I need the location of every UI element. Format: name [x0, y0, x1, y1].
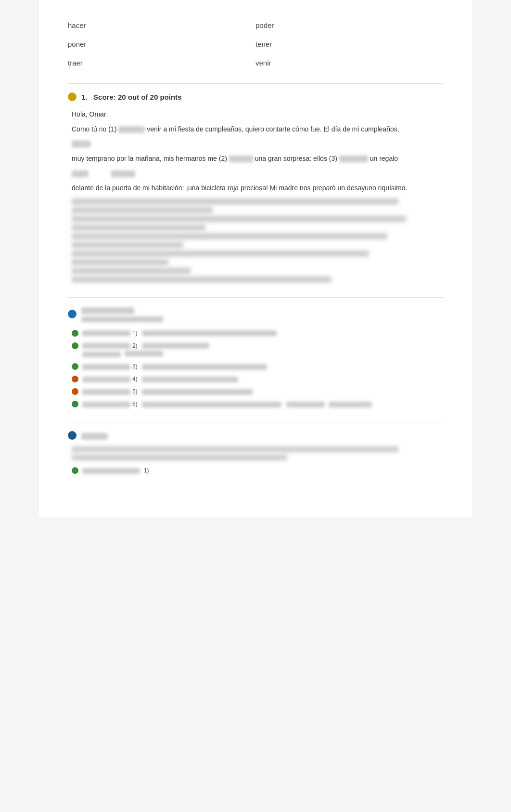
fill-3b [72, 170, 89, 177]
sub-text-2c [125, 351, 163, 356]
para1: Como tú no (1) venir a mi fiesta de cump… [72, 123, 443, 136]
blur-7 [72, 250, 369, 257]
divider-3 [68, 422, 443, 422]
sub-label-4 [82, 377, 130, 382]
blur-5 [72, 233, 387, 239]
section-3-items: 1) [72, 466, 443, 474]
section-1-header: 1. Score: 20 out of 20 points [68, 92, 443, 101]
sub-text-4 [142, 377, 238, 382]
blur-2 [72, 207, 213, 213]
sub-dot-3 [72, 363, 78, 370]
section-2-title [81, 307, 134, 314]
section-3-title-area [81, 432, 108, 439]
fill-3 [339, 156, 368, 162]
sub-item-4: 4) [72, 375, 443, 382]
blur-10 [72, 276, 332, 283]
sub-text-3 [142, 364, 267, 370]
greeting: Hola, Omar: [72, 108, 443, 121]
sub-text-2 [142, 343, 209, 349]
word-tener: tener [256, 38, 443, 50]
sub-label-3 [82, 364, 130, 370]
section-1-body: Hola, Omar: Como tú no (1) venir a mi fi… [72, 108, 443, 283]
sub-item-5-content: 5) [82, 387, 443, 395]
sub-text-6c [329, 402, 372, 407]
fill-3c [111, 170, 135, 177]
blur-3 [72, 216, 406, 222]
section-3-header [68, 431, 443, 440]
sub-item-6: 6) [72, 400, 443, 407]
sub-label-s3 [82, 468, 140, 474]
sub-item-4-content: 4) [82, 375, 443, 382]
sub-item-5: 5) [72, 387, 443, 395]
sub-text-6b [286, 402, 325, 407]
word-traer: traer [68, 57, 256, 69]
sub-item-3: 3) [72, 362, 443, 370]
fill-1 [118, 126, 145, 133]
sub-item-1: 1) [72, 329, 443, 337]
section-3: 1) [68, 431, 443, 474]
para1-cont [72, 137, 443, 150]
word-hacer: hacer [68, 19, 256, 31]
section-3-dot [68, 431, 77, 440]
para2-cont [72, 167, 443, 180]
blurred-section [72, 198, 443, 283]
blur-6 [72, 242, 183, 248]
section-1-title: 1. Score: 20 out of 20 points [81, 93, 181, 101]
sub-dot-2 [72, 342, 78, 349]
sub-text-6a [142, 402, 281, 407]
section-3-title [81, 433, 108, 440]
sub-label-2 [82, 343, 130, 349]
sub-item-3-content: 3) [82, 362, 443, 370]
sub-dot-6 [72, 401, 78, 407]
sub-label-1 [82, 330, 130, 336]
word-poner: poner [68, 38, 256, 50]
section-1-dot [68, 92, 77, 101]
section-2-subtitle [81, 316, 163, 322]
word-venir: venir [256, 57, 443, 69]
sub-label-6 [82, 402, 130, 407]
blur-1 [72, 198, 398, 205]
sub-item-2-content: 2) [82, 341, 443, 357]
sub-item-2: 2) [72, 341, 443, 357]
sub-item-6-content: 6) [82, 400, 443, 407]
fill-1b [72, 141, 91, 147]
blur-8 [72, 259, 168, 265]
section-2-items: 1) 2) [72, 329, 443, 407]
section-2-header [68, 306, 443, 323]
sub-text-5 [142, 389, 253, 395]
sub-dot-1 [72, 330, 78, 337]
sub-dot-4 [72, 376, 78, 382]
sub-dot-s3 [72, 467, 78, 474]
sub-item-s3-content: 1) [82, 466, 443, 474]
blur-4 [72, 224, 205, 231]
section-2-dot [68, 310, 77, 318]
s3-blur-1 [72, 446, 398, 452]
divider-2 [68, 297, 443, 298]
para2: muy temprano por la mañana, mis hermanos… [72, 152, 443, 165]
section-1: 1. Score: 20 out of 20 points Hola, Omar… [68, 92, 443, 283]
section-2: 1) 2) [68, 306, 443, 408]
sub-label-5 [82, 389, 130, 395]
section-2-title-area [81, 306, 163, 323]
word-poder: poder [256, 19, 443, 31]
word-grid: hacer poder poner tener traer venir [68, 14, 443, 69]
section-3-para [72, 446, 443, 460]
sub-text-1 [142, 330, 277, 336]
sub-item-1-content: 1) [82, 329, 443, 337]
fill-2 [229, 156, 253, 162]
divider-1 [68, 83, 443, 84]
page: hacer poder poner tener traer venir 1. S… [39, 0, 472, 517]
sub-dot-5 [72, 388, 78, 395]
para3: delante de la puerta de mi habitación: ¡… [72, 182, 443, 195]
sub-item-s3-1: 1) [72, 466, 443, 474]
s3-blur-2 [72, 455, 287, 460]
blur-9 [72, 268, 191, 274]
sub-text-2b [82, 352, 121, 357]
